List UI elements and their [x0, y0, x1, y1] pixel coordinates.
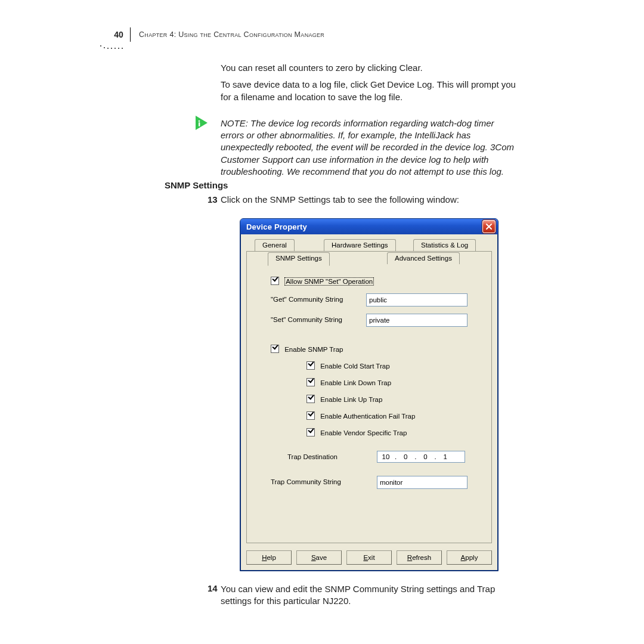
enable-cold-start-trap-checkbox[interactable]: Enable Cold Start Trap — [306, 361, 390, 370]
enable-auth-fail-trap-label: Enable Authentication Fail Trap — [320, 413, 415, 420]
exit-button[interactable]: Exit — [346, 550, 392, 565]
get-community-label: "Get" Community String — [271, 296, 343, 303]
page-number: 40 — [114, 30, 123, 39]
tab-statistics-log[interactable]: Statistics & Log — [413, 239, 476, 251]
enable-auth-fail-trap-checkbox[interactable]: Enable Authentication Fail Trap — [306, 411, 415, 420]
page-header: 40 Chapter 4: Using the Central Configur… — [107, 27, 525, 42]
body-para-2: To save device data to a log file, click… — [221, 79, 518, 103]
help-button[interactable]: Help — [246, 550, 292, 565]
body-para-1: You can reset all counters to zero by cl… — [221, 62, 518, 74]
header-dots-decoration — [100, 43, 129, 49]
enable-link-down-trap-label: Enable Link Down Trap — [320, 379, 391, 386]
tab-snmp-settings[interactable]: SNMP Settings — [268, 252, 330, 266]
checkbox-icon — [271, 345, 279, 353]
checkbox-icon — [306, 428, 315, 436]
svg-point-0 — [199, 120, 200, 122]
save-button[interactable]: Save — [296, 550, 342, 565]
allow-snmp-set-label: Allow SNMP "Set" Operation — [284, 277, 374, 286]
checkbox-icon — [306, 395, 315, 403]
ip-octet-3[interactable]: 0 — [417, 453, 434, 460]
enable-snmp-trap-label: Enable SNMP Trap — [284, 346, 343, 353]
trap-community-label: Trap Community String — [271, 478, 341, 485]
step-14-text: You can view and edit the SNMP Community… — [221, 583, 518, 608]
step-13-text: Click on the SNMP Settings tab to see th… — [221, 194, 518, 205]
refresh-button[interactable]: Refresh — [397, 550, 442, 565]
trap-destination-label: Trap Destination — [287, 453, 338, 460]
note-text: NOTE: The device log records information… — [221, 117, 518, 178]
dialog-titlebar[interactable]: Device Property — [240, 219, 498, 234]
checkbox-icon — [306, 361, 315, 370]
checkbox-icon — [306, 411, 315, 420]
enable-snmp-trap-checkbox[interactable]: Enable SNMP Trap — [271, 345, 343, 353]
snmp-settings-heading: SNMP Settings — [165, 180, 228, 190]
device-property-dialog: Device Property General Hardware Setting… — [240, 218, 499, 571]
trap-community-input[interactable] — [377, 476, 467, 489]
body-column: You can reset all counters to zero by cl… — [221, 62, 518, 182]
svg-rect-1 — [199, 122, 200, 126]
enable-vendor-specific-trap-checkbox[interactable]: Enable Vendor Specific Trap — [306, 428, 407, 436]
step-13-number: 13 — [208, 194, 218, 205]
enable-link-down-trap-checkbox[interactable]: Enable Link Down Trap — [306, 378, 391, 386]
set-community-input[interactable] — [366, 314, 467, 327]
enable-vendor-specific-trap-label: Enable Vendor Specific Trap — [320, 429, 407, 436]
trap-destination-input[interactable]: 10 . 0 . 0 . 1 — [377, 451, 465, 463]
enable-link-up-trap-label: Enable Link Up Trap — [320, 396, 382, 403]
ip-octet-2[interactable]: 0 — [397, 453, 414, 460]
close-button[interactable] — [482, 220, 496, 233]
tab-hardware-settings[interactable]: Hardware Settings — [324, 239, 396, 251]
enable-link-up-trap-checkbox[interactable]: Enable Link Up Trap — [306, 395, 382, 403]
enable-cold-start-trap-label: Enable Cold Start Trap — [320, 363, 389, 370]
ip-octet-4[interactable]: 1 — [437, 453, 454, 460]
tab-panel: Allow SNMP "Set" Operation "Get" Communi… — [246, 251, 492, 543]
ip-octet-1[interactable]: 10 — [377, 453, 394, 460]
checkbox-icon — [306, 378, 315, 386]
close-icon — [485, 223, 493, 230]
get-community-input[interactable] — [366, 293, 467, 306]
tab-general[interactable]: General — [255, 239, 295, 251]
step-14-number: 14 — [208, 583, 218, 593]
tab-advanced-settings[interactable]: Advanced Settings — [387, 252, 460, 264]
apply-button[interactable]: Apply — [447, 550, 492, 565]
set-community-label: "Set" Community String — [271, 316, 342, 323]
page-number-box: 40 — [107, 27, 131, 42]
running-head: Chapter 4: Using the Central Configurati… — [139, 30, 324, 39]
checkbox-icon — [271, 277, 279, 285]
note-arrow-icon — [194, 114, 215, 135]
dialog-button-bar: Help Save Exit Refresh Apply — [246, 550, 492, 565]
allow-snmp-set-checkbox[interactable]: Allow SNMP "Set" Operation — [271, 277, 374, 286]
dialog-title: Device Property — [246, 222, 307, 231]
